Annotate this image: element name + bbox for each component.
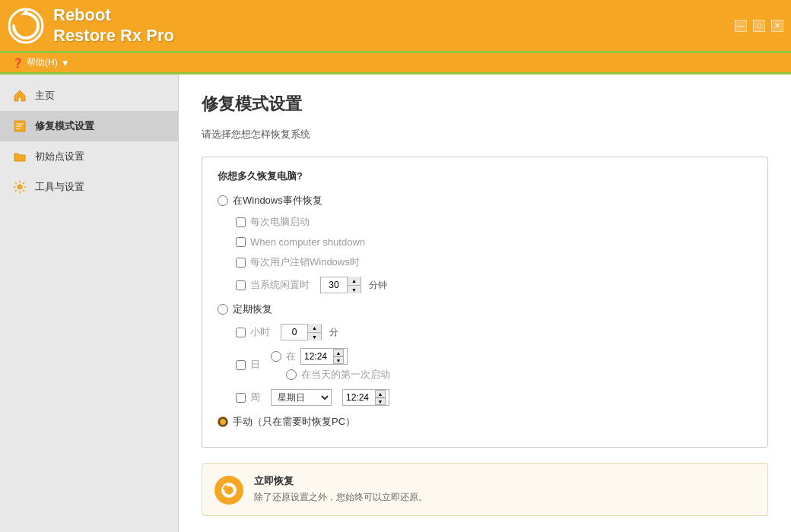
daily-time-up-button[interactable]: ▲ [333, 349, 344, 356]
manual-radio[interactable] [218, 416, 228, 427]
section-question: 你想多久恢复电脑? [218, 169, 752, 183]
hour-spinbox-buttons: ▲ ▼ [307, 324, 321, 340]
hourly-checkbox[interactable] [236, 328, 246, 337]
first-boot-label[interactable]: 在当天的第一次启动 [301, 368, 390, 382]
restore-mode-icon [12, 119, 27, 134]
minimize-button[interactable]: — [735, 20, 747, 32]
close-button[interactable]: ✕ [771, 20, 783, 32]
logoff-label[interactable]: 每次用户注销Windows时 [250, 255, 360, 269]
instant-restore-box: 立即恢复 除了还原设置之外，您始终可以立即还原。 [202, 463, 768, 516]
question-icon: ❓ [12, 58, 24, 68]
manual-row: 手动（只在需要时恢复PC） [218, 413, 752, 430]
home-icon [12, 88, 27, 103]
daily-time-down-button[interactable]: ▼ [333, 356, 344, 364]
instant-restore-desc: 除了还原设置之外，您始终可以立即还原。 [254, 491, 427, 504]
hourly-row: 小时 0 ▲ ▼ 分 [236, 322, 752, 342]
weekly-label[interactable]: 周 [250, 391, 260, 404]
when-idle-row: 当系统闲置时 30 ▲ ▼ 分钟 [236, 275, 752, 295]
idle-minutes-up-button[interactable]: ▲ [347, 277, 361, 285]
titlebar-controls: — □ ✕ [735, 20, 783, 32]
app-logo-icon [8, 8, 44, 44]
windows-events-radio[interactable] [218, 195, 228, 206]
daily-label[interactable]: 日 [250, 358, 260, 372]
sidebar-item-tools[interactable]: 工具与设置 [0, 172, 178, 202]
idle-minutes-buttons: ▲ ▼ [347, 277, 361, 293]
instant-restore-texts: 立即恢复 除了还原设置之外，您始终可以立即还原。 [254, 474, 427, 504]
weekly-time-up-button[interactable]: ▲ [375, 390, 386, 397]
app-title: Reboot Restore Rx Pro [53, 5, 174, 46]
periodic-restore-label[interactable]: 定期恢复 [233, 302, 272, 316]
chevron-down-icon: ▼ [61, 58, 70, 68]
sidebar-item-home[interactable]: 主页 [0, 81, 178, 111]
periodic-restore-radio[interactable] [218, 304, 228, 315]
each-boot-checkbox[interactable] [236, 217, 246, 227]
svg-point-3 [17, 185, 22, 189]
each-logoff-row: 每次用户注销Windows时 [236, 254, 752, 271]
manual-label[interactable]: 手动（只在需要时恢复PC） [233, 415, 355, 429]
daily-checkbox[interactable] [236, 360, 246, 370]
idle-minutes-input[interactable]: 30 [321, 280, 347, 290]
sidebar-label-restore-mode: 修复模式设置 [35, 119, 94, 133]
weekly-time-buttons: ▲ ▼ [375, 390, 386, 405]
instant-restore-icon-wrap [214, 476, 243, 505]
page-subtitle: 请选择您想怎样恢复系统 [202, 128, 768, 141]
idle-minutes-spinbox: 30 ▲ ▼ [320, 277, 361, 293]
each-boot-row: 每次电脑启动 [236, 214, 752, 230]
first-boot-radio[interactable] [286, 369, 297, 380]
sidebar: 主页 修复模式设置 初始点设置 [0, 74, 179, 532]
min-unit-label: 分 [329, 326, 338, 339]
periodic-restore-row: 定期恢复 [218, 301, 752, 318]
gear-icon [12, 179, 27, 195]
menubar: ❓ 帮助(H) ▼ [0, 53, 791, 74]
restore-icon [221, 482, 237, 499]
help-menu[interactable]: ❓ 帮助(H) ▼ [6, 54, 76, 71]
sidebar-label-baseline: 初始点设置 [35, 150, 84, 163]
help-label: 帮助(H) [27, 56, 58, 69]
weekly-row: 周 星期日 星期一 星期二 星期三 星期四 星期五 星期六 12:24 ▲ ▼ [236, 388, 752, 407]
windows-events-label[interactable]: 在Windows事件恢复 [233, 194, 322, 207]
daily-time-buttons: ▲ ▼ [333, 349, 344, 364]
when-shutdown-row: When computer shutdown [236, 235, 752, 249]
weekly-time-down-button[interactable]: ▼ [375, 397, 386, 405]
main-layout: 主页 修复模式设置 初始点设置 [0, 74, 791, 532]
windows-events-row: 在Windows事件恢复 [218, 192, 752, 209]
hour-spinbox: 0 ▲ ▼ [281, 324, 322, 340]
weekly-time-input[interactable]: 12:24 [346, 392, 375, 403]
content-area: 修复模式设置 请选择您想怎样恢复系统 你想多久恢复电脑? 在Windows事件恢… [179, 74, 791, 532]
sidebar-item-baseline[interactable]: 初始点设置 [0, 141, 178, 172]
logoff-checkbox[interactable] [236, 258, 246, 268]
daily-row: 日 在 12:24 ▲ ▼ [236, 347, 752, 383]
minutes-unit-label: 分钟 [369, 279, 387, 292]
idle-checkbox[interactable] [236, 280, 246, 290]
sidebar-label-tools: 工具与设置 [35, 180, 84, 194]
shutdown-checkbox[interactable] [236, 237, 246, 247]
shutdown-label[interactable]: When computer shutdown [250, 236, 365, 248]
weekday-select[interactable]: 星期日 星期一 星期二 星期三 星期四 星期五 星期六 [271, 389, 332, 406]
weekly-time-input-box: 12:24 ▲ ▼ [342, 389, 389, 406]
daily-time-input[interactable]: 12:24 [304, 351, 333, 362]
maximize-button[interactable]: □ [753, 20, 765, 32]
sidebar-label-home: 主页 [35, 89, 55, 103]
hour-down-button[interactable]: ▼ [307, 332, 321, 340]
idle-label[interactable]: 当系统闲置时 [250, 278, 310, 292]
daily-at-radio[interactable] [271, 351, 281, 362]
sidebar-item-restore-mode[interactable]: 修复模式设置 [0, 111, 178, 141]
hour-up-button[interactable]: ▲ [307, 324, 321, 332]
restore-options-box: 你想多久恢复电脑? 在Windows事件恢复 每次电脑启动 When compu… [202, 157, 768, 448]
daily-at-label[interactable]: 在 [286, 350, 296, 363]
weekly-checkbox[interactable] [236, 393, 246, 403]
folder-icon [12, 149, 27, 164]
idle-minutes-down-button[interactable]: ▼ [347, 285, 361, 293]
hour-input[interactable]: 0 [281, 327, 307, 337]
hourly-label[interactable]: 小时 [250, 325, 270, 339]
each-boot-label[interactable]: 每次电脑启动 [250, 215, 310, 229]
titlebar: Reboot Restore Rx Pro — □ ✕ [0, 0, 791, 53]
daily-time-input-box: 12:24 ▲ ▼ [300, 348, 348, 365]
page-title: 修复模式设置 [202, 93, 768, 116]
instant-restore-title: 立即恢复 [254, 474, 427, 488]
titlebar-left: Reboot Restore Rx Pro [8, 5, 174, 46]
